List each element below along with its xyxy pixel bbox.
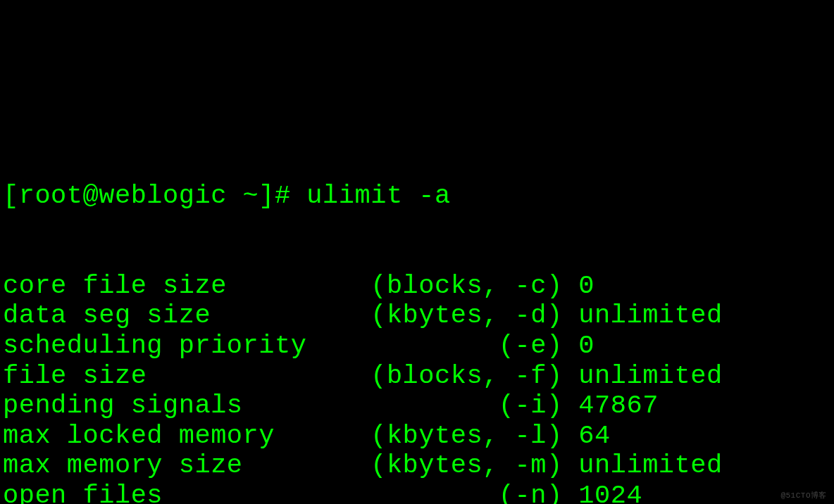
limit-row: scheduling priority (-e) 0 — [3, 331, 831, 361]
limit-row: core file size (blocks, -c) 0 — [3, 271, 831, 301]
terminal-output[interactable]: [root@weblogic ~]# ulimit -a core file s… — [3, 121, 831, 504]
limit-row: pending signals (-i) 47867 — [3, 391, 831, 421]
limit-row: max locked memory (kbytes, -l) 64 — [3, 421, 831, 451]
ulimit-output: core file size (blocks, -c) 0data seg si… — [3, 271, 831, 504]
limit-row: file size (blocks, -f) unlimited — [3, 361, 831, 391]
limit-row: data seg size (kbytes, -d) unlimited — [3, 301, 831, 331]
command-prompt-line: [root@weblogic ~]# ulimit -a — [3, 181, 831, 211]
watermark: @51CTO博客 — [780, 491, 827, 500]
limit-row: open files (-n) 1024 — [3, 481, 831, 504]
limit-row: max memory size (kbytes, -m) unlimited — [3, 451, 831, 481]
